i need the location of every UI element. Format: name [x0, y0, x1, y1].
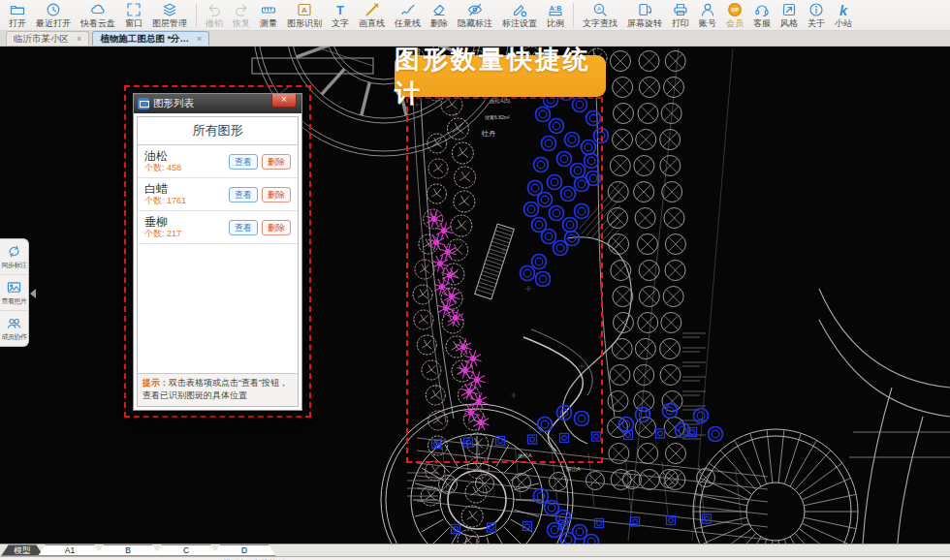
toolbar-ksite-label: 小站	[835, 18, 852, 28]
k-logo-icon: k	[836, 2, 851, 17]
toolbar-scale-ratio-button[interactable]: A:B比例	[542, 0, 569, 30]
dialog-titlebar[interactable]: 图形列表 ×	[134, 94, 301, 113]
side-panel-sync-annotation[interactable]: 同步标注	[0, 239, 28, 275]
ruler-icon	[261, 2, 276, 17]
pen-icon	[400, 2, 416, 17]
cad-label: 牡丹	[481, 130, 495, 137]
toolbar-redo-label: 恢复	[233, 18, 250, 28]
layout-tab-C[interactable]: C	[154, 544, 218, 556]
toolbar-text-search-button[interactable]: A文字查找	[578, 0, 622, 30]
dialog-close-button[interactable]: ×	[271, 94, 297, 108]
shape-info: 白蜡个数: 1761	[144, 182, 225, 206]
toolbar-separator	[196, 3, 197, 27]
cad-label: 假山A	[565, 466, 581, 472]
status-bar: x = 455064428 , y = 4510512003 模型中的标注比例 …	[0, 556, 950, 560]
doc-tab-2-close-icon[interactable]: ×	[197, 34, 202, 44]
toolbar-text-button[interactable]: T文字	[327, 0, 354, 30]
doc-tab-1-label: 临沂市某小区	[14, 33, 69, 46]
toolbar-cloud-drive-button[interactable]: 快看云盘	[76, 0, 120, 30]
view-button[interactable]: 查看	[229, 154, 258, 170]
window-icon	[126, 2, 142, 17]
toolbar-text-search-label: 文字查找	[583, 18, 618, 28]
toolbar-print-button[interactable]: 打印	[667, 0, 694, 30]
delete-button[interactable]: 删除	[262, 187, 291, 202]
shape-row-1[interactable]: 油松个数: 458查看删除	[138, 145, 298, 178]
shape-row-2[interactable]: 白蜡个数: 1761查看删除	[138, 178, 298, 211]
view-button[interactable]: 查看	[229, 220, 258, 235]
document-tabbar: 临沂市某小区 × 植物施工图总图 *分… ×	[0, 31, 950, 47]
toolbar-layer-manager-label: 图层管理	[152, 18, 187, 28]
style-icon	[781, 2, 797, 17]
shape-info: 垂柳个数: 217	[144, 215, 225, 239]
panel-collapse-arrow-icon[interactable]	[30, 289, 36, 298]
layout-tab-D[interactable]: D	[212, 544, 276, 556]
toolbar-open-button[interactable]: 打开	[4, 0, 31, 30]
delete-button[interactable]: 删除	[262, 220, 291, 235]
vip-icon: VIP	[727, 2, 743, 17]
search-icon: A	[592, 2, 608, 17]
undo-icon	[206, 2, 222, 17]
info-icon	[808, 2, 824, 17]
svg-text:k: k	[839, 3, 848, 18]
toolbar-draw-line-label: 画直线	[359, 18, 385, 28]
toolbar-erase-button[interactable]: 删除	[426, 0, 453, 30]
toolbar-about-button[interactable]: 关于	[803, 0, 830, 30]
toolbar-recent-open-button[interactable]: 最近打开	[31, 0, 76, 30]
toolbar-free-line-button[interactable]: 任意线	[390, 0, 426, 30]
doc-tab-2[interactable]: 植物施工图总图 *分… ×	[92, 31, 209, 46]
toolbar-undo-button[interactable]: 撤销	[201, 0, 228, 30]
toolbar-hide-annotation-label: 隐藏标注	[458, 18, 492, 28]
side-panel-member-collab[interactable]: 成员协作	[0, 311, 28, 346]
toolbar-draw-line-button[interactable]: 画直线	[354, 0, 390, 30]
members-icon	[7, 316, 21, 330]
side-panel-view-photos[interactable]: 查看照片	[0, 275, 28, 311]
toolbar-account-button[interactable]: 账号	[694, 0, 721, 30]
toolbar-annotation-settings-button[interactable]: 标注设置	[497, 0, 542, 30]
eraser-icon	[431, 2, 447, 17]
line-icon	[364, 2, 380, 17]
side-panel: 同步标注查看照片成员协作	[0, 238, 29, 347]
toolbar-support-button[interactable]: 客服	[748, 0, 776, 30]
toolbar-shape-recognize-button[interactable]: A图形识别	[282, 0, 327, 30]
shape-info: 油松个数: 458	[144, 149, 225, 173]
doc-tab-1-close-icon[interactable]: ×	[77, 34, 81, 44]
rotate-icon	[637, 2, 652, 17]
toolbar-window-label: 窗口	[125, 18, 142, 28]
shape-count: 个数: 458	[144, 163, 225, 173]
shape-name: 白蜡	[144, 182, 225, 196]
toolbar-style-button[interactable]: 风格	[776, 0, 803, 30]
layout-tab-模型[interactable]: 模型	[1, 544, 44, 556]
dialog-header: 所有图形	[138, 117, 298, 145]
toolbar-measure-button[interactable]: 测量	[255, 0, 282, 30]
svg-text:A:B: A:B	[550, 5, 561, 12]
redo-icon	[234, 2, 249, 17]
toolbar-erase-label: 删除	[430, 18, 448, 28]
delete-button[interactable]: 删除	[262, 154, 291, 170]
layout-tab-A1[interactable]: A1	[38, 544, 102, 556]
hint-prefix: 提示：	[142, 378, 169, 388]
toolbar-screen-rotate-button[interactable]: 屏幕旋转	[622, 0, 667, 30]
toolbar-redo-button[interactable]: 恢复	[228, 0, 255, 30]
toolbar-vip-button[interactable]: VIP会员	[721, 0, 748, 30]
cad-canvas[interactable]: 油松A(5)绿篱6.82m²牡丹油松A假山A 图形数量快捷统计 图形列表 × 所…	[0, 47, 950, 544]
side-panel-label: 成员协作	[2, 332, 27, 342]
toolbar-layer-manager-button[interactable]: 图层管理	[147, 0, 192, 30]
toolbar-measure-label: 测量	[260, 18, 277, 28]
shape-row-3[interactable]: 垂柳个数: 217查看删除	[138, 211, 298, 244]
toolbar-ksite-button[interactable]: k小站	[830, 0, 857, 30]
doc-tab-1[interactable]: 临沂市某小区 ×	[6, 31, 89, 46]
doc-tab-2-label: 植物施工图总图 *分…	[100, 33, 189, 46]
side-panel-label: 同步标注	[2, 261, 27, 270]
toolbar-account-label: 账号	[699, 18, 716, 28]
shape-list-dialog: 图形列表 × 所有图形 油松个数: 458查看删除白蜡个数: 1761查看删除垂…	[133, 93, 302, 411]
view-button[interactable]: 查看	[229, 187, 258, 202]
pencil-gear-icon	[512, 2, 527, 17]
svg-text:A: A	[597, 6, 601, 12]
toolbar-screen-rotate-label: 屏幕旋转	[627, 18, 662, 28]
toolbar-window-button[interactable]: 窗口	[120, 0, 147, 30]
toolbar-hide-annotation-button[interactable]: 隐藏标注	[453, 0, 497, 30]
layers-icon	[162, 2, 177, 17]
layout-tab-B[interactable]: B	[96, 544, 160, 556]
ratio-icon: A:B	[548, 2, 563, 17]
cad-label: 油松A	[518, 452, 532, 459]
